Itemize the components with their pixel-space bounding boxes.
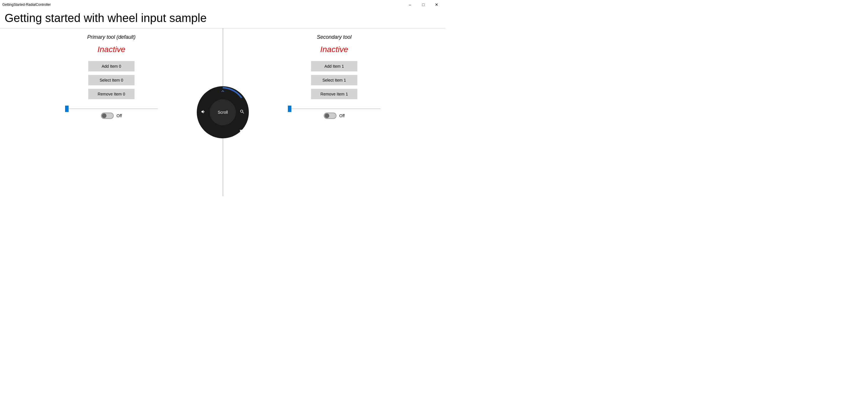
dial-center[interactable]: Scroll bbox=[210, 99, 236, 125]
secondary-toggle-knob bbox=[324, 114, 329, 118]
window-controls: – □ ✕ bbox=[403, 0, 443, 9]
primary-slider[interactable] bbox=[65, 106, 158, 107]
dial-center-label: Scroll bbox=[218, 110, 228, 115]
primary-remove-button[interactable]: Remove Item 0 bbox=[88, 89, 134, 99]
dial-overlay: Scroll bbox=[197, 86, 249, 138]
secondary-toggle-row: Off bbox=[324, 113, 345, 119]
page-title: Getting started with wheel input sample bbox=[0, 9, 445, 28]
primary-slider-thumb[interactable] bbox=[65, 105, 69, 112]
primary-panel-title: Primary tool (default) bbox=[87, 34, 135, 40]
primary-toggle-knob bbox=[102, 114, 106, 118]
primary-select-button[interactable]: Select Item 0 bbox=[88, 75, 134, 85]
primary-panel: Primary tool (default) Inactive Add Item… bbox=[0, 28, 223, 196]
secondary-remove-button[interactable]: Remove Item 1 bbox=[311, 89, 357, 99]
primary-status: Inactive bbox=[97, 45, 126, 54]
secondary-panel: Secondary tool Inactive Add Item 1 Selec… bbox=[223, 28, 445, 196]
dial-left-icon bbox=[201, 109, 206, 116]
dial-top-icon bbox=[220, 89, 225, 95]
maximize-button[interactable]: □ bbox=[416, 0, 430, 9]
primary-toggle-label: Off bbox=[117, 114, 122, 118]
secondary-toggle-label: Off bbox=[339, 114, 345, 118]
secondary-slider[interactable] bbox=[288, 106, 380, 107]
primary-slider-track bbox=[65, 109, 158, 109]
dial-background[interactable]: Scroll bbox=[197, 86, 249, 138]
title-bar: GettingStarted-RadialController – □ ✕ bbox=[0, 0, 445, 9]
secondary-status: Inactive bbox=[320, 45, 348, 54]
primary-toggle[interactable] bbox=[101, 113, 114, 119]
secondary-buttons: Add Item 1 Select Item 1 Remove Item 1 bbox=[311, 61, 357, 99]
secondary-slider-track bbox=[288, 109, 380, 109]
primary-toggle-row: Off bbox=[101, 113, 122, 119]
secondary-panel-title: Secondary tool bbox=[317, 34, 351, 40]
secondary-add-button[interactable]: Add Item 1 bbox=[311, 61, 357, 71]
primary-add-button[interactable]: Add Item 0 bbox=[88, 61, 134, 71]
main-area: Primary tool (default) Inactive Add Item… bbox=[0, 28, 445, 196]
secondary-slider-thumb[interactable] bbox=[288, 105, 291, 112]
primary-buttons: Add Item 0 Select Item 0 Remove Item 0 bbox=[88, 61, 134, 99]
secondary-select-button[interactable]: Select Item 1 bbox=[311, 75, 357, 85]
minimize-button[interactable]: – bbox=[403, 0, 416, 9]
secondary-toggle[interactable] bbox=[324, 113, 337, 119]
dial-right-icon bbox=[240, 109, 245, 116]
dial-bottom-right-icon bbox=[240, 128, 245, 134]
close-button[interactable]: ✕ bbox=[430, 0, 443, 9]
app-title: GettingStarted-RadialController bbox=[2, 3, 51, 7]
